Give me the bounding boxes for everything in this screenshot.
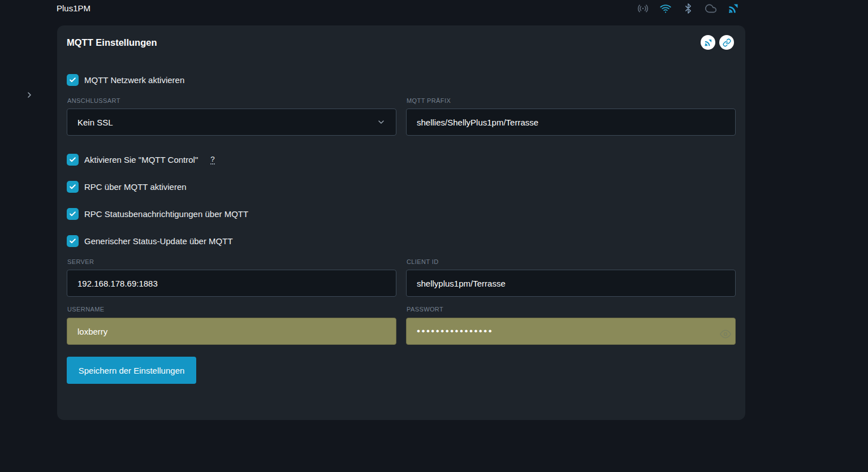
check-icon: [69, 183, 76, 190]
connection-type-value: Kein SSL: [77, 118, 113, 127]
panel-title: MQTT Einstellungen: [67, 37, 157, 48]
mqtt-prefix-label: MQTT PRÄFIX: [407, 97, 451, 104]
client-id-input[interactable]: [406, 270, 736, 297]
rpc-status-checkbox[interactable]: [67, 208, 79, 220]
status-icon-bar: [637, 3, 739, 14]
mqtt-icon[interactable]: [728, 3, 739, 14]
panel-header-buttons: [701, 35, 734, 50]
bluetooth-icon[interactable]: [683, 3, 694, 14]
check-icon: [69, 156, 76, 163]
mqtt-icon: [704, 38, 712, 47]
checkbox-label: RPC Statusbenachrichtigungen über MQTT: [84, 209, 248, 219]
sidebar-expand-button[interactable]: [24, 89, 35, 101]
password-input[interactable]: [406, 318, 736, 345]
server-input[interactable]: [67, 270, 396, 297]
help-tooltip-trigger[interactable]: ?: [210, 155, 215, 164]
mqtt-control-checkbox[interactable]: [67, 154, 79, 166]
connection-type-label: ANSCHLUSSART: [67, 97, 120, 104]
password-label: PASSWORT: [407, 306, 443, 313]
wifi-icon[interactable]: [660, 3, 671, 14]
save-settings-button[interactable]: Speichern der Einstellungen: [67, 357, 196, 384]
checkbox-label: MQTT Netzwerk aktivieren: [84, 75, 184, 85]
checkbox-label: Aktivieren Sie "MQTT Control": [84, 155, 198, 164]
mqtt-prefix-input[interactable]: [406, 109, 736, 136]
server-label: SERVER: [67, 258, 94, 265]
link-icon: [723, 38, 731, 47]
link-button[interactable]: [719, 35, 734, 50]
checkbox-row-rpc-mqtt: RPC über MQTT aktivieren: [67, 180, 187, 193]
mqtt-settings-panel: MQTT Einstellungen MQTT Netzwerk aktivie…: [57, 25, 745, 420]
username-input[interactable]: [67, 318, 396, 345]
checkbox-row-generic-status: Generischer Status-Update über MQTT: [67, 235, 233, 247]
checkbox-row-mqtt-control: Aktivieren Sie "MQTT Control" ?: [67, 153, 215, 166]
cloud-icon[interactable]: [705, 3, 716, 14]
check-icon: [69, 237, 76, 245]
client-id-label: CLIENT ID: [407, 258, 439, 265]
device-title: Plus1PM: [57, 3, 90, 13]
connection-type-select[interactable]: Kein SSL: [67, 109, 396, 136]
checkbox-label: Generischer Status-Update über MQTT: [84, 236, 233, 246]
mqtt-enable-checkbox[interactable]: [67, 74, 79, 86]
checkbox-row-rpc-status: RPC Statusbenachrichtigungen über MQTT: [67, 207, 248, 220]
access-point-icon[interactable]: [637, 3, 649, 14]
check-icon: [69, 210, 76, 218]
mqtt-status-button[interactable]: [701, 35, 715, 50]
username-label: USERNAME: [67, 306, 105, 313]
generic-status-checkbox[interactable]: [67, 235, 79, 247]
check-icon: [69, 76, 76, 84]
chevron-down-icon: [377, 118, 386, 127]
eye-icon: [720, 328, 731, 340]
password-reveal-button[interactable]: [720, 328, 731, 340]
chevron-right-icon: [25, 90, 34, 99]
checkbox-row-mqtt-enable: MQTT Netzwerk aktivieren: [67, 73, 184, 86]
rpc-mqtt-checkbox[interactable]: [67, 181, 79, 193]
checkbox-label: RPC über MQTT aktivieren: [84, 182, 187, 192]
